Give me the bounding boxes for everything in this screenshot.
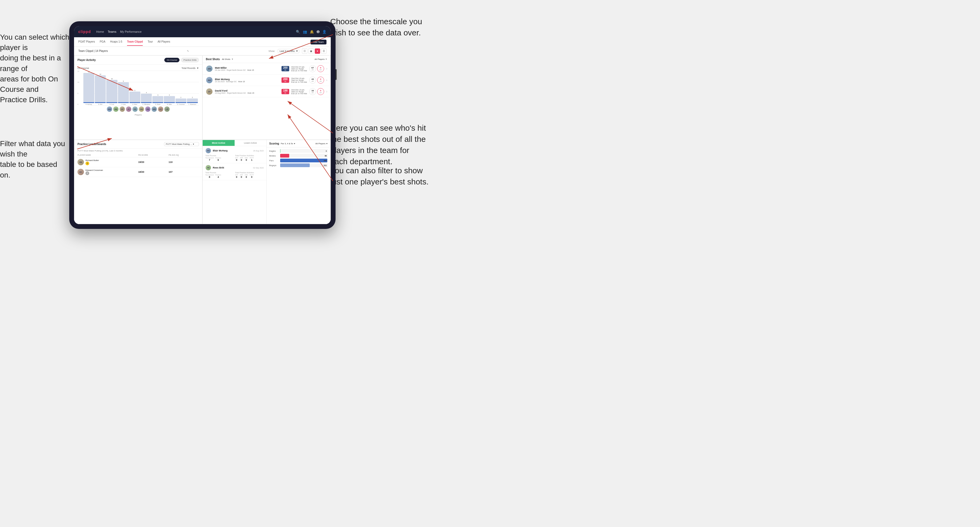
add-team-button[interactable]: Add Team bbox=[310, 40, 326, 44]
shot-chevron-david[interactable]: › bbox=[326, 90, 327, 94]
active-player-blair: BM Blair McHarg 26 Aug 2023 Total Rounds… bbox=[203, 146, 266, 163]
team-name-label: Team Clippd | 14 Players bbox=[78, 49, 108, 52]
birdies-value: 96 bbox=[325, 155, 327, 157]
avatar-9: EC bbox=[158, 106, 164, 112]
subtab-pgat[interactable]: PGAT Players bbox=[78, 38, 95, 46]
bar-m-miller: 3M. Miller bbox=[164, 71, 175, 105]
practice-row-richard: RB Richard Butler 1 19/20 110 bbox=[74, 157, 202, 167]
practice-player-name-edward: Edward Crossman bbox=[86, 169, 103, 171]
shot-dist-badge-matt: 200 SG bbox=[282, 66, 289, 71]
practice-row-edward: EC Edward Crossman 2 18/20 107 bbox=[74, 167, 202, 177]
shot-yds-blair: 43 yds 0 yds bbox=[309, 77, 324, 84]
pars-track: 499 bbox=[280, 159, 328, 162]
annotation-mid-right: Here you can see who's hit the best shot… bbox=[330, 122, 426, 167]
shot-chevron-matt[interactable]: › bbox=[326, 67, 327, 71]
active-stats-rees: Total Rounds Tournament 8 Practice 4 bbox=[205, 171, 264, 178]
practice-drills-button[interactable]: Practice Drills bbox=[181, 58, 199, 62]
avatar-4: JC bbox=[126, 106, 132, 112]
col-pb-avg: PB AVG SQ bbox=[169, 154, 199, 156]
bar-d-ford: 10D. Ford bbox=[106, 71, 117, 105]
bell-icon[interactable]: 🔔 bbox=[310, 30, 314, 34]
player-activity-title: Player Activity bbox=[78, 59, 96, 62]
subtab-team-clippd[interactable]: Team Clippd bbox=[127, 38, 143, 46]
practice-player-edward: EC Edward Crossman 2 bbox=[78, 169, 138, 175]
scoring-players-filter[interactable]: All Players ▼ bbox=[315, 142, 328, 145]
shot-card-matt-miller[interactable]: MM Matt Miller 09 Jun 2023 · Royal North… bbox=[203, 63, 331, 75]
nav-teams[interactable]: Teams bbox=[108, 30, 116, 34]
scoring-section: Scoring Par 3, 4 & 5s ▼ All Players ▼ Ea… bbox=[267, 140, 331, 224]
active-player-date-rees: 02 Sep 2023 bbox=[253, 167, 264, 169]
brand-logo: clippd bbox=[78, 30, 91, 34]
scoring-bar-bogeys: Bogeys 311 bbox=[269, 163, 328, 167]
subtab-pga[interactable]: PGA bbox=[100, 38, 105, 46]
bottom-right-panel: Most Active Least Active BM Blair McHarg… bbox=[202, 140, 331, 224]
heart-icon[interactable]: ♥ bbox=[315, 48, 320, 54]
subtab-hcaps[interactable]: Hcaps 1-5 bbox=[110, 38, 123, 46]
practice-filter[interactable]: PUTT Must Make Putting ... ▼ bbox=[164, 142, 199, 146]
avatar-10: LR bbox=[164, 106, 170, 112]
all-players-filter[interactable]: All Players ▼ bbox=[315, 58, 327, 60]
team-controls: Show: Last 3 months Last 6 months Last y… bbox=[269, 48, 326, 54]
shot-stats-blair: Shot Dist: 43 yds Start Lie: Rough End L… bbox=[291, 78, 307, 83]
on-course-button[interactable]: On Course bbox=[164, 58, 180, 62]
scoring-chart: Eagles 3 Birdies 96 bbox=[267, 148, 331, 224]
main-content: Player Activity On Course Practice Drill… bbox=[74, 56, 331, 224]
shot-yds-matt: 67 yds 0 yds bbox=[309, 65, 324, 72]
practice-player-richard: RB Richard Butler 1 bbox=[78, 159, 138, 165]
shot-card-david-ford[interactable]: DF David Ford 24 Aug 2023 · Royal North … bbox=[203, 86, 331, 97]
grid-lines-icon[interactable]: ☷ bbox=[302, 48, 307, 54]
shot-player-info-david: David Ford 24 Aug 2023 · Royal North Dev… bbox=[215, 89, 279, 94]
practice-subtitle: PUTT Must Make Putting (3-6 ft), Last 3 … bbox=[74, 149, 202, 153]
birdies-fill bbox=[280, 154, 289, 157]
shot-player-name-david: David Ford bbox=[215, 89, 279, 92]
active-stats-blair: Total Rounds Tournament 7 Practice 6 bbox=[205, 155, 264, 161]
subtab-all-players[interactable]: All Players bbox=[158, 38, 170, 46]
annotation-top-left: You can select which player is doing the… bbox=[0, 32, 75, 105]
bogeys-track: 311 bbox=[280, 163, 328, 167]
scoring-filter[interactable]: Par 3, 4 & 5s ▼ bbox=[281, 142, 295, 145]
pb-avg-richard: 110 bbox=[169, 161, 199, 163]
total-rounds-metric[interactable]: Total Rounds ▼ bbox=[181, 67, 199, 70]
player-activity-panel: Player Activity On Course Practice Drill… bbox=[74, 56, 202, 140]
team-header: Team Clippd | 14 Players ✎ Show: Last 3 … bbox=[74, 47, 331, 56]
yds-box-1-david: 16 yds bbox=[309, 88, 316, 95]
rank-badge-2: 2 bbox=[86, 171, 89, 175]
yds-box-2-matt: 0 yds bbox=[317, 65, 324, 72]
practice-avatar-edward: EC bbox=[78, 169, 84, 175]
bogeys-value: 311 bbox=[323, 165, 327, 167]
best-shots-panel: Best Shots All Shots ▼ All Players ▼ MM … bbox=[202, 56, 331, 140]
bogeys-label: Bogeys bbox=[269, 164, 278, 167]
view-icons: ☷ ▣ ♥ ☰ bbox=[302, 48, 326, 54]
chart-header: On Course Total Rounds ▼ bbox=[78, 67, 199, 70]
edit-icon[interactable]: ✎ bbox=[187, 50, 189, 52]
practice-player-name-richard: Richard Butler bbox=[86, 159, 99, 162]
practice-activities-blair: Total Practice Activities GTT 0 APP 0 bbox=[235, 155, 264, 161]
birdies-label: Birdies bbox=[269, 155, 278, 157]
most-active-tab[interactable]: Most Active bbox=[203, 140, 235, 146]
y-axis: 151050 bbox=[78, 71, 80, 105]
shot-avatar-david: DF bbox=[206, 88, 213, 95]
bar-b-britt: 12B. Britt bbox=[95, 71, 106, 105]
plus-circle-icon[interactable]: ➊ bbox=[317, 30, 320, 34]
user-icon[interactable]: 👤 bbox=[322, 30, 326, 34]
shots-chevron-down: ▼ bbox=[231, 58, 234, 60]
navbar-icons: 🔍 👥 🔔 ➊ 👤 bbox=[296, 30, 326, 34]
chart-area: On Course Total Rounds ▼ 151050 bbox=[74, 65, 202, 122]
search-icon[interactable]: 🔍 bbox=[296, 30, 300, 34]
list-icon[interactable]: ☰ bbox=[321, 48, 326, 54]
show-select[interactable]: Last 3 months Last 6 months Last year bbox=[278, 49, 299, 53]
subtab-tour[interactable]: Tour bbox=[148, 38, 153, 46]
shot-card-blair-mcharg[interactable]: BM Blair McHarg 23 Jul 2023 · Ashridge G… bbox=[203, 75, 331, 86]
least-active-tab[interactable]: Least Active bbox=[235, 140, 267, 146]
avatar-5: EE bbox=[132, 106, 138, 112]
all-shots-filter[interactable]: All Shots bbox=[222, 58, 231, 60]
nav-performance[interactable]: My Performance bbox=[120, 30, 142, 34]
birdies-track: 96 bbox=[280, 154, 328, 157]
shots-filter[interactable]: All Shots ▼ bbox=[222, 58, 234, 60]
grid-icon[interactable]: ▣ bbox=[309, 48, 314, 54]
shot-chevron-blair[interactable]: › bbox=[326, 78, 327, 82]
people-icon[interactable]: 👥 bbox=[303, 30, 307, 34]
nav-home[interactable]: Home bbox=[96, 30, 104, 34]
avatar-2: BB bbox=[113, 106, 119, 112]
shot-player-name-blair: Blair McHarg bbox=[215, 78, 279, 81]
